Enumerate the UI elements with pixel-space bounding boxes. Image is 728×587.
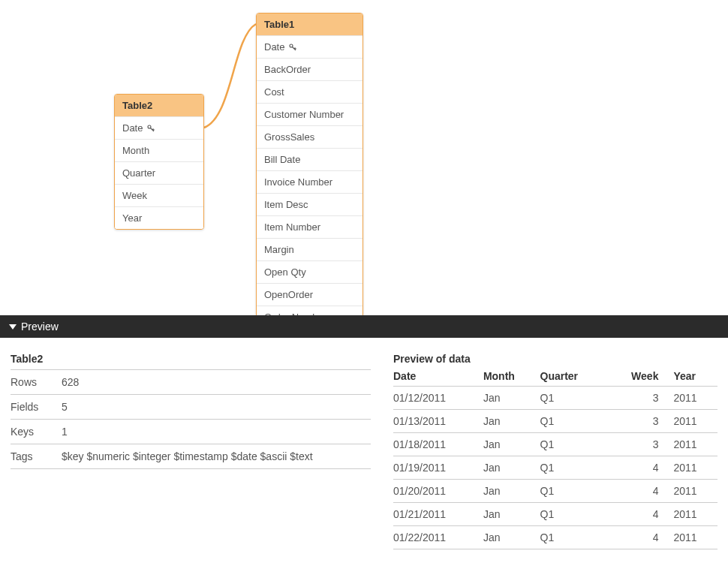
meta-value: $key $numeric $integer $timestamp $date …	[62, 450, 313, 462]
field-row[interactable]: Customer Number	[257, 103, 362, 125]
field-label: Date	[264, 41, 284, 53]
cell: 3	[607, 433, 674, 456]
field-label: Year	[122, 212, 142, 224]
field-row[interactable]: Month	[115, 139, 203, 161]
cell: 2011	[673, 410, 717, 433]
cell: Jan	[483, 503, 540, 526]
field-row[interactable]: Bill Date	[257, 148, 362, 170]
key-icon	[288, 43, 297, 52]
cell: 2011	[673, 456, 717, 480]
field-label: Date	[122, 122, 143, 134]
field-row[interactable]: Open Qty	[257, 260, 362, 283]
cell: 01/21/2011	[393, 503, 483, 526]
cell: Jan	[483, 410, 540, 433]
table-row[interactable]: 01/13/2011JanQ132011	[393, 410, 717, 433]
cell: 2011	[673, 503, 717, 526]
meta-label: Fields	[11, 401, 62, 413]
field-label: Month	[122, 145, 149, 156]
meta-row-tags: Tags $key $numeric $integer $timestamp $…	[11, 444, 371, 469]
svg-point-1	[290, 44, 293, 47]
cell: Q1	[540, 410, 607, 433]
model-canvas[interactable]: Table2 Date MonthQuarterWeekYear Table1 …	[0, 0, 728, 315]
field-label: Open Qty	[264, 266, 306, 278]
field-row[interactable]: Year	[115, 206, 203, 229]
field-row[interactable]: OpenOrder	[257, 283, 362, 306]
table-node-table1[interactable]: Table1 Date BackOrderCostCustomer Number…	[256, 13, 363, 315]
field-label: Quarter	[122, 167, 155, 179]
table-node-table2[interactable]: Table2 Date MonthQuarterWeekYear	[114, 94, 204, 230]
meta-label: Keys	[11, 426, 62, 438]
table-row[interactable]: 01/21/2011JanQ142011	[393, 503, 717, 526]
data-preview-table: DateMonthQuarterWeekYear 01/12/2011JanQ1…	[393, 366, 717, 549]
table-row[interactable]: 01/20/2011JanQ142011	[393, 480, 717, 503]
meta-row-rows: Rows 628	[11, 370, 371, 395]
meta-table-name: Table2	[11, 351, 371, 370]
column-header[interactable]: Date	[393, 366, 483, 387]
field-label: Customer Number	[264, 109, 344, 120]
table-row[interactable]: 01/22/2011JanQ142011	[393, 526, 717, 549]
field-label: OpenOrder	[264, 289, 313, 300]
field-row[interactable]: Invoice Number	[257, 170, 362, 193]
table-header[interactable]: Table1	[257, 14, 362, 35]
column-header[interactable]: Month	[483, 366, 540, 387]
data-preview-title: Preview of data	[393, 351, 717, 366]
field-label: Item Desc	[264, 199, 308, 210]
field-label: Bill Date	[264, 154, 300, 165]
cell: 01/20/2011	[393, 480, 483, 503]
field-label: Cost	[264, 86, 284, 98]
cell: Q1	[540, 433, 607, 456]
cell: Jan	[483, 387, 540, 410]
meta-label: Tags	[11, 450, 62, 462]
table-header[interactable]: Table2	[115, 95, 203, 116]
field-row[interactable]: Date	[257, 35, 362, 58]
cell: 3	[607, 410, 674, 433]
preview-toggle-bar[interactable]: Preview	[0, 315, 728, 338]
cell: 01/18/2011	[393, 433, 483, 456]
cell: 3	[607, 387, 674, 410]
table-row[interactable]: 01/12/2011JanQ132011	[393, 387, 717, 410]
field-label: BackOrder	[264, 64, 311, 75]
meta-row-keys: Keys 1	[11, 420, 371, 444]
key-icon	[146, 124, 155, 133]
column-header[interactable]: Year	[673, 366, 717, 387]
cell: Q1	[540, 503, 607, 526]
preview-title: Preview	[21, 321, 59, 333]
field-row[interactable]: GrossSales	[257, 125, 362, 148]
metadata-column: Table2 Rows 628 Fields 5 Keys 1 Tags $ke…	[11, 351, 371, 549]
cell: Jan	[483, 526, 540, 549]
meta-value: 1	[62, 426, 68, 438]
column-header[interactable]: Quarter	[540, 366, 607, 387]
field-row[interactable]: Order Number	[257, 306, 362, 315]
field-row[interactable]: Quarter	[115, 161, 203, 184]
cell: Q1	[540, 480, 607, 503]
cell: 2011	[673, 387, 717, 410]
relationship-line	[0, 0, 728, 315]
table-name: Table2	[122, 100, 152, 111]
cell: 01/19/2011	[393, 456, 483, 480]
cell: 4	[607, 526, 674, 549]
data-preview-column: Preview of data DateMonthQuarterWeekYear…	[393, 351, 717, 549]
field-row[interactable]: Margin	[257, 238, 362, 260]
meta-row-fields: Fields 5	[11, 395, 371, 420]
table-row[interactable]: 01/18/2011JanQ132011	[393, 433, 717, 456]
field-row[interactable]: Item Number	[257, 215, 362, 238]
field-row[interactable]: Cost	[257, 80, 362, 103]
field-row[interactable]: Date	[115, 116, 203, 139]
field-label: GrossSales	[264, 131, 314, 143]
field-label: Item Number	[264, 221, 320, 233]
cell: 4	[607, 456, 674, 480]
cell: 4	[607, 480, 674, 503]
field-row[interactable]: Item Desc	[257, 193, 362, 215]
cell: Q1	[540, 456, 607, 480]
cell: 2011	[673, 433, 717, 456]
field-row[interactable]: Week	[115, 184, 203, 206]
field-row[interactable]: BackOrder	[257, 58, 362, 80]
cell: Jan	[483, 480, 540, 503]
field-label: Invoice Number	[264, 176, 332, 188]
field-label: Order Number	[264, 312, 326, 315]
column-header[interactable]: Week	[607, 366, 674, 387]
table-name: Table1	[264, 19, 294, 30]
meta-value: 628	[62, 376, 79, 388]
table-row[interactable]: 01/19/2011JanQ142011	[393, 456, 717, 480]
cell: 2011	[673, 480, 717, 503]
